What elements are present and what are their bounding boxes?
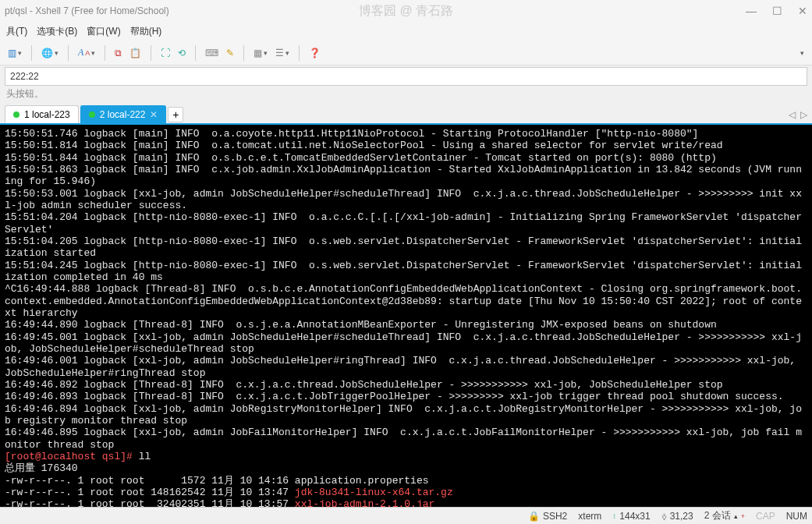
size-icon: ↕	[612, 512, 616, 520]
terminal-line: 16:49:45.001 logback [xxl-job, admin Job…	[5, 331, 807, 356]
address-bar[interactable]: 222:22	[5, 67, 807, 86]
terminal-line: 15:50:51.814 logback [main] INFO o.a.tom…	[5, 140, 807, 151]
tab-strip: 1 local-223 2 local-222 ✕ + ◁ ▷	[0, 102, 812, 123]
terminal-line: 15:51:04.245 logback [http-nio-8080-exec…	[5, 260, 807, 284]
status-dot-icon	[89, 112, 95, 118]
tab-local-222[interactable]: 2 local-222 ✕	[80, 105, 167, 123]
terminal-prompt: [root@localhost qsl]# ll	[5, 451, 807, 462]
help-button[interactable]: ❓	[307, 46, 322, 60]
toolbar: ▥▾ 🌐▾ AA▾ ⧉ 📋 ⛶ ⟲ ⌨ ✎ ▦▾ ☰▾ ❓ ▾	[0, 41, 812, 66]
status-num: NUM	[786, 511, 807, 522]
toolbar-overflow[interactable]: ▾	[799, 48, 806, 58]
terminal-line: 15:50:51.746 logback [main] INFO o.a.coy…	[5, 128, 807, 140]
tab-close-icon[interactable]: ✕	[150, 109, 158, 120]
tab-prev-icon[interactable]: ◁	[789, 109, 796, 120]
highlight-button[interactable]: ✎	[225, 46, 236, 60]
menu-help[interactable]: 帮助(H)	[126, 25, 167, 38]
status-cap: CAP	[756, 511, 775, 522]
statusbar: 🔒SSH2 xterm ↕144x31 ⎀ 31,23 2 会话 ▴+ CAP …	[0, 507, 812, 524]
copy-button[interactable]: ⧉	[113, 46, 123, 60]
menu-tools[interactable]: 具(T)	[2, 25, 32, 38]
terminal-line: 总用量 176340	[5, 462, 807, 474]
hint-text: 头按钮。	[0, 86, 812, 102]
pos-icon: ⎀	[661, 511, 667, 522]
terminal-line: 15:51:04.204 logback [http-nio-8080-exec…	[5, 211, 807, 235]
window-title: pt/qsl - Xshell 7 (Free for Home/School)	[5, 5, 169, 16]
grid-button[interactable]: ▦▾	[252, 46, 269, 60]
status-size: 144x31	[619, 511, 650, 522]
list-button[interactable]: ☰▾	[274, 46, 291, 60]
tab-label: 2 local-222	[100, 109, 146, 120]
keyboard-button[interactable]: ⌨	[204, 46, 220, 60]
terminal-line: 15:50:53.001 logback [xxl-job, admin Job…	[5, 188, 807, 212]
tab-add-button[interactable]: +	[168, 107, 183, 122]
close-button[interactable]: ✕	[798, 5, 807, 17]
file-row: -rw-r--r--. 1 root root 148162542 11月 10…	[5, 487, 807, 498]
status-term: xterm	[578, 511, 601, 522]
address-text: 222:22	[10, 71, 39, 82]
tab-local-223[interactable]: 1 local-223	[5, 105, 79, 123]
terminal-line: 16:49:46.893 logback [Thread-8] INFO c.x…	[5, 391, 807, 402]
status-dot-icon	[13, 112, 20, 118]
terminal-line: 16:49:46.001 logback [xxl-job, admin Job…	[5, 355, 807, 379]
terminal-line: 15:50:51.863 logback [main] INFO c.x.job…	[5, 164, 807, 188]
expand-button[interactable]: ⛶	[159, 46, 172, 60]
terminal-line: ^C16:49:44.888 logback [Thread-8] INFO o…	[5, 283, 807, 319]
paste-button[interactable]: 📋	[128, 46, 143, 60]
terminal-line: 16:49:46.895 logback [xxl-job, admin Job…	[5, 427, 807, 451]
tab-next-icon[interactable]: ▷	[800, 109, 807, 120]
file-row: -rw-r--r--. 1 root root 1572 11月 10 14:1…	[5, 475, 807, 487]
file-row: -rw-r--r--. 1 root root 32402351 11月 10 …	[5, 498, 807, 507]
globe-button[interactable]: 🌐▾	[40, 46, 60, 60]
status-pos: 31,23	[670, 511, 693, 522]
terminal-line: 16:49:46.892 logback [Thread-8] INFO c.x…	[5, 379, 807, 391]
terminal[interactable]: 15:50:51.746 logback [main] INFO o.a.coy…	[0, 123, 812, 507]
menu-window[interactable]: 窗口(W)	[82, 25, 125, 38]
maximize-button[interactable]: ☐	[772, 5, 782, 17]
refresh-button[interactable]: ⟲	[176, 46, 187, 60]
menubar: 具(T) 选项卡(B) 窗口(W) 帮助(H)	[0, 22, 812, 41]
terminal-line: 16:49:44.890 logback [Thread-8] INFO o.s…	[5, 319, 807, 331]
font-button[interactable]: AA▾	[76, 45, 97, 60]
tab-label: 1 local-223	[24, 109, 70, 120]
new-session-button[interactable]: ▥▾	[6, 46, 23, 60]
terminal-line: 15:51:04.205 logback [http-nio-8080-exec…	[5, 235, 807, 260]
menu-tabs[interactable]: 选项卡(B)	[32, 25, 82, 38]
titlebar: pt/qsl - Xshell 7 (Free for Home/School)…	[0, 0, 812, 22]
status-sessions: 2 会话	[704, 509, 731, 522]
watermark: 博客园 @ 青石路	[359, 3, 453, 19]
terminal-line: 15:50:51.844 logback [main] INFO o.s.b.c…	[5, 152, 807, 164]
status-ssh: SSH2	[543, 511, 567, 522]
lock-icon: 🔒	[528, 511, 540, 522]
terminal-line: 16:49:46.894 logback [xxl-job, admin Job…	[5, 403, 807, 427]
minimize-button[interactable]: ―	[746, 5, 757, 17]
